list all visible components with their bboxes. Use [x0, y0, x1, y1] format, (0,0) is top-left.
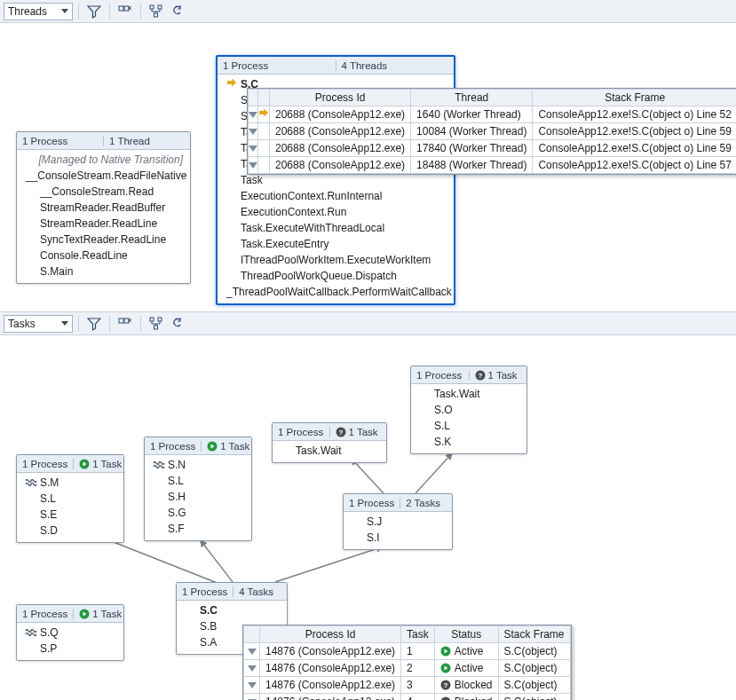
stack-frame-row[interactable]: S.M: [17, 475, 123, 491]
expand-all-icon[interactable]: [115, 2, 135, 21]
stack-frame-row[interactable]: S.L: [145, 473, 251, 489]
stack-frame-row[interactable]: __ConsoleStream.ReadFileNative: [17, 168, 190, 184]
filter-icon[interactable]: [249, 123, 258, 140]
stack-frame-row[interactable]: S.G: [145, 505, 251, 521]
stack-frame-row[interactable]: S.O: [411, 402, 526, 418]
stack-frame-row[interactable]: S.J: [344, 514, 452, 530]
stack-frame-row[interactable]: S.K: [411, 434, 526, 450]
thread-stack-card[interactable]: 1 Process 1 Thread [Managed to Native Tr…: [16, 131, 191, 284]
filter-icon[interactable]: [84, 2, 104, 21]
expand-all-icon[interactable]: [115, 314, 135, 334]
stack-frame-row[interactable]: Task.ExecuteEntry: [218, 236, 454, 252]
stack-frame-row[interactable]: S.L: [17, 491, 123, 507]
card-hdr-right: 4 Tasks: [233, 586, 287, 597]
async-icon: [24, 478, 38, 487]
stack-frame-row[interactable]: Task.ExecuteWithThreadLocal: [218, 220, 454, 236]
stack-frame-row[interactable]: S.E: [17, 507, 123, 523]
grid-header[interactable]: Process Id: [270, 90, 411, 106]
grid-row[interactable]: 14876 (ConsoleApp12.exe)2ActiveS.C(objec…: [244, 660, 571, 677]
filter-icon[interactable]: [249, 140, 258, 157]
grid-header[interactable]: [249, 90, 258, 106]
svg-rect-0: [119, 6, 123, 11]
filter-icon[interactable]: [249, 157, 258, 174]
grid-header[interactable]: Process Id: [260, 626, 401, 643]
stack-frame-row[interactable]: ExecutionContext.Run: [218, 204, 454, 220]
view-mode-select[interactable]: Threads: [4, 3, 73, 20]
grid-header[interactable]: Stack Frame: [498, 626, 570, 643]
card-hdr-right-wrap: 1 Task: [201, 441, 255, 452]
card-header: 1 Process 1 Task: [17, 455, 123, 473]
grid-row[interactable]: 20688 (ConsoleApp12.exe)18488 (Worker Th…: [249, 157, 737, 174]
stack-frame-row[interactable]: Task.Wait: [411, 386, 526, 402]
grid-row[interactable]: 14876 (ConsoleApp12.exe)1ActiveS.C(objec…: [244, 643, 571, 660]
stack-frame-row[interactable]: [Managed to Native Transition]: [17, 152, 190, 168]
chevron-down-icon: [61, 321, 68, 326]
grid-row[interactable]: 20688 (ConsoleApp12.exe)10084 (Worker Th…: [249, 123, 737, 140]
task-detail-grid[interactable]: Process IdTaskStatusStack Frame 14876 (C…: [242, 625, 572, 700]
svg-rect-3: [158, 5, 162, 9]
stack-frame-row[interactable]: S.I: [344, 530, 452, 546]
thread-cell: 18488 (Worker Thread): [411, 157, 533, 174]
stack-frame-text: IThreadPoolWorkItem.ExecuteWorkItem: [241, 254, 431, 266]
grid-header[interactable]: Status: [434, 626, 498, 643]
filter-icon[interactable]: [244, 677, 260, 694]
stack-frame-row[interactable]: S.H: [145, 489, 251, 505]
stack-frame-text: ExecutionContext.Run: [241, 206, 346, 218]
filter-icon[interactable]: [244, 643, 260, 660]
grid-row[interactable]: 20688 (ConsoleApp12.exe)17840 (Worker Th…: [249, 140, 737, 157]
grid-header[interactable]: Thread: [411, 90, 533, 106]
stack-frame-row[interactable]: _ThreadPoolWaitCallback.PerformWaitCallb…: [218, 284, 454, 300]
grid-row[interactable]: 20688 (ConsoleApp12.exe)1640 (Worker Thr…: [249, 106, 737, 123]
refresh-icon[interactable]: [170, 2, 189, 21]
view-mode-select[interactable]: Tasks: [4, 315, 73, 333]
stack-frame-row[interactable]: S.D: [17, 523, 123, 539]
auto-layout-icon[interactable]: [146, 314, 166, 334]
filter-icon[interactable]: [249, 106, 258, 123]
filter-icon[interactable]: [244, 694, 260, 701]
stack-frame-row[interactable]: IThreadPoolWorkItem.ExecuteWorkItem: [218, 252, 454, 268]
stack-frame-row[interactable]: S.F: [145, 521, 251, 537]
stack-frame-cell: S.C(object): [498, 643, 570, 660]
thread-detail-grid[interactable]: Process IdThreadStack Frame 20688 (Conso…: [247, 88, 736, 175]
stack-frame-row[interactable]: ThreadPoolWorkQueue.Dispatch: [218, 268, 454, 284]
stack-frame-row[interactable]: S.Main: [17, 263, 190, 279]
async-icon: [24, 628, 38, 637]
filter-icon[interactable]: [84, 314, 104, 334]
svg-text:?: ?: [478, 372, 482, 380]
status-cell: Active: [434, 660, 498, 677]
stack-frame-row[interactable]: Task.Wait: [273, 443, 386, 459]
auto-layout-icon[interactable]: [146, 2, 166, 21]
stack-frame-cell: ConsoleApp12.exe!S.C(object o) Line 57: [533, 157, 736, 174]
card-hdr-left: 1 Process: [17, 459, 73, 469]
stack-frame-row[interactable]: S.N: [145, 457, 251, 473]
task-stack-card[interactable]: 1 Process ? 1 Task Task.Wait: [272, 422, 387, 463]
task-stack-card[interactable]: 1 Process 1 Task S.QS.P: [16, 604, 124, 661]
stack-frame-row[interactable]: S.P: [17, 641, 123, 657]
filter-icon[interactable]: [244, 660, 260, 677]
stack-frame-row[interactable]: Console.ReadLine: [17, 248, 190, 263]
current-row-pointer: [258, 123, 270, 140]
refresh-icon[interactable]: [170, 314, 189, 334]
process-id-cell: 20688 (ConsoleApp12.exe): [270, 140, 411, 157]
card-hdr-left: 1 Process: [17, 136, 103, 146]
stack-frame-row[interactable]: S.L: [411, 418, 526, 434]
task-stack-card[interactable]: 1 Process 1 Task S.NS.LS.HS.GS.F: [144, 437, 252, 541]
grid-header[interactable]: [244, 626, 260, 643]
card-hdr-right: 4 Threads: [336, 60, 455, 71]
grid-header[interactable]: Stack Frame: [533, 90, 736, 106]
grid-row[interactable]: 14876 (ConsoleApp12.exe)3?BlockedS.C(obj…: [244, 677, 571, 694]
task-stack-card[interactable]: 1 Process ? 1 Task Task.WaitS.OS.LS.K: [410, 366, 527, 454]
current-row-pointer: [258, 106, 270, 123]
stack-frame-row[interactable]: S.Q: [17, 625, 123, 641]
grid-header[interactable]: Task: [401, 626, 435, 643]
stack-frame-row[interactable]: SyncTextReader.ReadLine: [17, 232, 190, 248]
stack-frame-row[interactable]: StreamReader.ReadLine: [17, 216, 190, 232]
grid-row[interactable]: 14876 (ConsoleApp12.exe)4?BlockedS.C(obj…: [244, 694, 571, 701]
task-stack-card[interactable]: 1 Process 1 Task S.MS.LS.ES.D: [16, 454, 124, 543]
grid-header[interactable]: [258, 90, 270, 106]
stack-frame-row[interactable]: __ConsoleStream.Read: [17, 184, 190, 200]
stack-frame-row[interactable]: S.C: [177, 602, 287, 618]
stack-frame-row[interactable]: ExecutionContext.RunInternal: [218, 188, 454, 204]
stack-frame-row[interactable]: StreamReader.ReadBuffer: [17, 200, 190, 216]
task-stack-card[interactable]: 1 Process 2 Tasks S.JS.I: [343, 493, 453, 550]
